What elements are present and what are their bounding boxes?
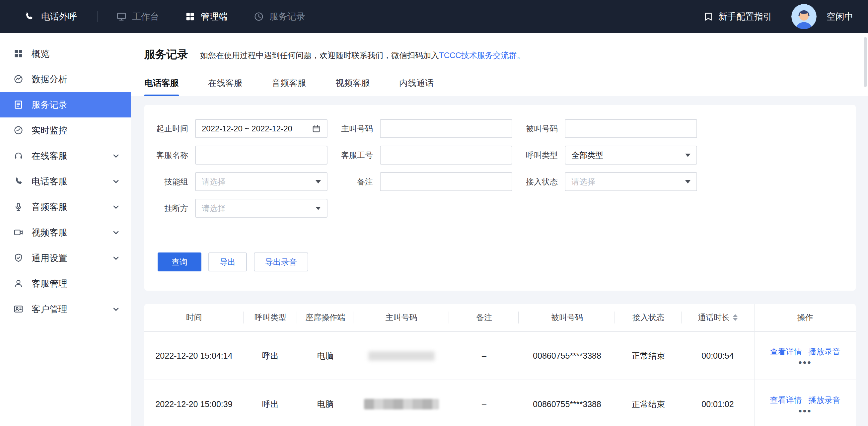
notice-text: 如您在使用过程中遇到任何问题，欢迎随时联系我们，微信扫码加入TCCC技术服务交流… [200,50,525,61]
remark-label: 备注 [329,177,373,187]
caret-down-icon [315,207,321,210]
cell-call-type: 呼出 [244,331,297,380]
query-button[interactable]: 查询 [158,252,202,271]
tab-phone-service[interactable]: 电话客服 [144,77,179,96]
caller-number-label: 主叫号码 [329,123,373,134]
sidebar-item-phone-service[interactable]: 电话客服 [0,169,131,194]
sidebar-item-video-service[interactable]: 视频客服 [0,220,131,245]
cell-callee: 00860755****3388 [519,331,615,380]
sidebar-item-label: 客户管理 [32,303,67,315]
records-table-card: 时间 呼叫类型 座席操作端 主叫号码 备注 被叫号码 接入状态 通话时长 [144,304,856,426]
field-agent-name: 客服名称 [144,146,328,164]
tab-audio-service[interactable]: 音频客服 [272,77,306,96]
sidebar-item-online-service[interactable]: 在线客服 [0,143,131,169]
person-icon [13,278,24,288]
sidebar-item-service-records[interactable]: 服务记录 [0,92,131,117]
caret-down-icon [685,154,690,157]
skill-group-label: 技能组 [144,177,188,187]
view-detail-link[interactable]: 查看详情 [770,346,802,357]
skill-group-placeholder: 请选择 [202,177,226,187]
cell-operation: 查看详情 播放录音 ••• [754,331,856,380]
calendar-icon [312,124,321,133]
avatar[interactable] [792,4,816,29]
beginner-guide-button[interactable]: 新手配置指引 [703,11,772,23]
play-recording-link[interactable]: 播放录音 [809,346,840,357]
call-type-label: 呼叫类型 [514,150,558,160]
sidebar-item-analytics[interactable]: 数据分析 [0,66,131,92]
more-actions-button[interactable]: ••• [798,360,812,365]
view-detail-link[interactable]: 查看详情 [770,395,802,405]
cell-time: 2022-12-20 15:00:39 [144,380,244,426]
cell-seat-client: 电脑 [297,380,353,426]
agent-id-input[interactable] [386,151,506,160]
agent-name-input[interactable] [202,151,321,160]
duration-sort-control[interactable]: 通话时长 [698,312,738,323]
play-recording-link[interactable]: 播放录音 [809,395,840,405]
scrollbar-thumb[interactable] [864,37,867,87]
tccc-group-link[interactable]: TCCC技术服务交流群。 [439,51,525,60]
tab-online-service[interactable]: 在线客服 [208,77,243,96]
clock-icon [253,11,264,22]
call-type-select[interactable]: 全部类型 [565,146,697,164]
monitor-icon [116,11,127,22]
brand-label: 电话外呼 [41,11,77,23]
access-status-placeholder: 请选择 [571,177,595,187]
sort-icon [733,314,738,321]
agent-id-label: 客服工号 [329,150,373,160]
topbar-divider [97,11,98,22]
field-call-type: 呼叫类型 全部类型 [514,146,697,164]
hangup-side-select[interactable]: 请选择 [195,199,328,218]
sidebar-item-realtime-monitor[interactable]: 实时监控 [0,117,131,143]
col-header-seat-client: 座席操作端 [297,304,353,331]
tab-internal-call[interactable]: 内线通话 [399,77,434,96]
sidebar-item-customer-management[interactable]: 客户管理 [0,296,131,322]
sidebar-item-label: 视频客服 [32,226,67,239]
sidebar-item-audio-service[interactable]: 音频客服 [0,194,131,220]
beginner-guide-label: 新手配置指引 [718,11,772,23]
field-access-status: 接入状态 请选择 [514,172,697,191]
cell-caller [353,331,449,380]
callee-number-label: 被叫号码 [514,123,558,134]
shield-check-icon [13,253,24,263]
sidebar-item-overview[interactable]: 概览 [0,41,131,66]
caller-number-input[interactable] [386,124,506,133]
access-status-label: 接入状态 [514,177,558,187]
cell-remark: – [449,331,519,380]
microphone-icon [13,202,24,212]
field-remark: 备注 [329,172,512,191]
chevron-down-icon [111,176,121,186]
field-hangup-side: 挂断方 请选择 [144,199,328,218]
sidebar-item-general-settings[interactable]: 通用设置 [0,245,131,271]
export-button[interactable]: 导出 [208,252,247,271]
skill-group-select[interactable]: 请选择 [195,172,328,191]
analytics-icon [13,74,24,84]
access-status-select[interactable]: 请选择 [565,172,697,191]
sidebar-item-label: 概览 [32,48,50,60]
topnav-item-admin[interactable]: 管理端 [185,11,228,23]
table-header-row: 时间 呼叫类型 座席操作端 主叫号码 备注 被叫号码 接入状态 通话时长 [144,304,856,331]
date-range-picker[interactable]: 2022-12-20 ~ 2022-12-20 [195,119,328,138]
field-callee-number: 被叫号码 [514,119,697,138]
topnav-item-label: 工作台 [132,11,159,23]
topnav-item-workbench[interactable]: 工作台 [116,11,159,23]
hangup-side-label: 挂断方 [144,203,188,214]
filter-actions: 查询 导出 导出录音 [144,252,856,271]
chevron-down-icon [111,227,121,238]
callee-number-input[interactable] [571,124,690,133]
redacted-caller-number [364,399,439,409]
col-header-call-type: 呼叫类型 [244,304,297,331]
grid-icon [185,11,195,22]
topnav-item-service-records[interactable]: 服务记录 [253,11,305,23]
export-recording-button[interactable]: 导出录音 [254,252,308,271]
agent-status[interactable]: 空闲中 [827,11,854,23]
channel-tabs: 电话客服 在线客服 音频客服 视频客服 内线通话 [144,77,856,96]
sidebar-item-label: 客服管理 [32,278,67,290]
filter-panel: 起止时间 2022-12-20 ~ 2022-12-20 主叫号码 [144,105,856,291]
tab-video-service[interactable]: 视频客服 [336,77,370,96]
table-row: 2022-12-20 15:04:14 呼出 电脑 – 00860755****… [144,331,856,380]
more-actions-button[interactable]: ••• [798,409,812,414]
chevron-down-icon [111,304,121,314]
caret-down-icon [685,180,690,183]
remark-input[interactable] [386,177,506,186]
sidebar-item-agent-management[interactable]: 客服管理 [0,271,131,296]
